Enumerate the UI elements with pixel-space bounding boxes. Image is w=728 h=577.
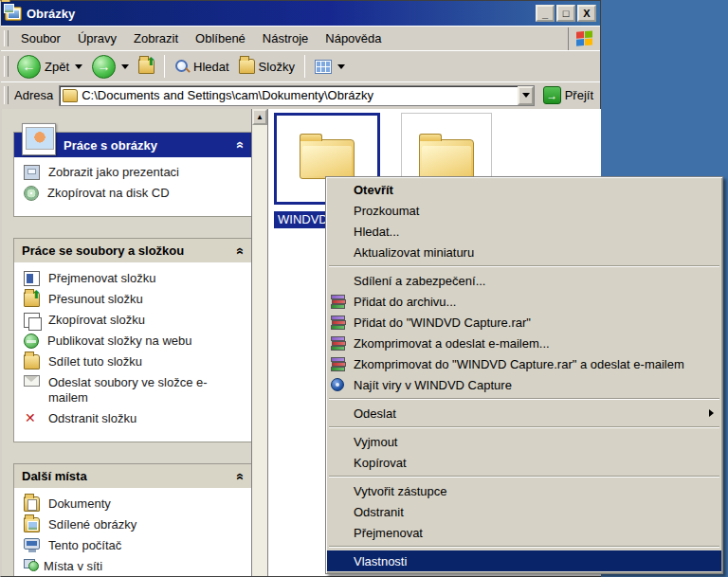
toolbar-separator <box>164 55 165 78</box>
addressbar-grip[interactable] <box>4 86 9 104</box>
views-dropdown-icon[interactable] <box>337 64 345 69</box>
winrar-icon <box>331 357 346 371</box>
task-copy-to-cd[interactable]: Zkopírovat na disk CD <box>24 186 246 201</box>
menubar-grip[interactable] <box>4 30 9 47</box>
slideshow-icon <box>24 165 40 180</box>
task-delete-folder[interactable]: Odstranit složku <box>24 411 246 426</box>
folders-label: Složky <box>259 60 295 74</box>
menu-item-open[interactable]: Otevřít <box>327 179 721 200</box>
menu-upravy[interactable]: Úpravy <box>69 28 125 48</box>
title-bar[interactable]: Obrázky _ □ X <box>1 1 600 26</box>
toolbar-separator <box>304 55 305 78</box>
folder-icon <box>419 139 474 179</box>
forward-arrow-icon: → <box>92 55 116 79</box>
panel-picture-tasks: Práce s obrázky « Zobrazit jako prezenta… <box>13 132 253 217</box>
share-folder-icon <box>24 354 40 370</box>
menu-item-scan-viruses[interactable]: Najít viry v WINDVD Capture <box>327 374 721 395</box>
menu-item-sharing-security[interactable]: Sdílení a zabezpečení... <box>327 270 721 291</box>
menu-bar: Soubor Úpravy Zobrazit Oblíbené Nástroje… <box>1 26 600 50</box>
panel-file-folder-tasks: Práce se soubory a složkou « Přejmenovat… <box>13 238 253 442</box>
place-shared-pictures[interactable]: Sdílené obrázky <box>24 517 246 532</box>
menu-item-delete[interactable]: Odstranit <box>327 501 721 522</box>
menu-item-add-to-archive[interactable]: Přidat do archivu... <box>327 291 721 312</box>
views-button[interactable] <box>310 58 350 76</box>
menu-item-send-to[interactable]: Odeslat <box>327 403 721 424</box>
menu-item-create-shortcut[interactable]: Vytvořit zástupce <box>327 480 721 501</box>
toolbar-grip[interactable] <box>4 56 9 77</box>
views-icon <box>315 60 332 74</box>
maximize-button[interactable]: □ <box>556 5 575 22</box>
antivirus-icon <box>331 378 344 391</box>
minimize-button[interactable]: _ <box>536 5 555 22</box>
place-documents[interactable]: Dokumenty <box>24 496 246 512</box>
panel-header-other-places[interactable]: Další místa « <box>14 464 252 489</box>
search-icon <box>174 59 190 74</box>
task-publish-web[interactable]: Publikovat složky na webu <box>24 334 246 349</box>
context-menu: Otevřít Prozkoumat Hledat... Aktualizova… <box>325 176 723 574</box>
place-my-computer[interactable]: Tento počítač <box>24 538 246 553</box>
menu-item-refresh-thumbnail[interactable]: Aktualizovat miniaturu <box>327 242 721 262</box>
delete-icon <box>24 411 40 426</box>
task-email-files[interactable]: Odeslat soubory ve složce e-mailem <box>24 375 246 406</box>
panel-other-places: Další místa « Dokumenty Sdílené obrázky … <box>13 463 253 576</box>
menu-separator <box>329 262 719 270</box>
menu-item-add-to-rar[interactable]: Přidat do "WINDVD Capture.rar" <box>327 312 721 333</box>
menu-nastroje[interactable]: Nástroje <box>254 28 317 48</box>
menu-item-rename[interactable]: Přejmenovat <box>327 522 721 543</box>
go-arrow-icon: → <box>543 86 561 104</box>
menu-item-compress-to-rar-email[interactable]: Zkomprimovat do "WINDVD Capture.rar" a o… <box>327 353 721 374</box>
menu-item-search[interactable]: Hledat... <box>327 221 721 242</box>
collapse-chevron-icon[interactable]: « <box>233 141 248 149</box>
close-button[interactable]: X <box>577 5 596 22</box>
search-button[interactable]: Hledat <box>170 57 234 76</box>
search-label: Hledat <box>193 60 229 74</box>
address-folder-icon <box>63 89 78 102</box>
panel-title: Práce s obrázky <box>64 138 157 153</box>
move-folder-icon <box>24 292 40 307</box>
task-move-folder[interactable]: Přesunout složku <box>24 292 246 307</box>
menu-item-copy[interactable]: Kopírovat <box>327 452 721 473</box>
place-network[interactable]: Místa v síti <box>24 559 246 574</box>
address-dropdown-button[interactable] <box>518 86 534 105</box>
address-label: Adresa <box>12 88 59 102</box>
back-button[interactable]: ← Zpět <box>12 53 87 81</box>
menu-napoveda[interactable]: Nápověda <box>317 28 390 48</box>
task-share-folder[interactable]: Sdílet tuto složku <box>24 354 246 370</box>
menu-soubor[interactable]: Soubor <box>12 28 69 48</box>
address-input[interactable]: C:\Documents and Settings\cam\Dokumenty\… <box>59 85 534 106</box>
back-arrow-icon: ← <box>17 55 41 79</box>
menu-item-properties[interactable]: Vlastnosti <box>327 550 721 571</box>
winrar-icon <box>331 295 346 309</box>
menu-item-compress-email[interactable]: Zkomprimovat a odeslat e-mailem... <box>327 333 721 353</box>
sidebar-scrollbar[interactable]: ▲ <box>251 109 267 576</box>
folders-button[interactable]: Složky <box>234 57 300 76</box>
picture-tasks-icon <box>22 123 56 155</box>
task-view-slideshow[interactable]: Zobrazit jako prezentaci <box>24 165 246 180</box>
collapse-chevron-icon[interactable]: « <box>233 247 248 255</box>
mail-icon <box>24 375 40 387</box>
winrar-icon <box>331 316 346 330</box>
back-label: Zpět <box>45 60 69 74</box>
task-copy-folder[interactable]: Zkopírovat složku <box>24 313 246 328</box>
cd-icon <box>24 186 39 201</box>
menu-separator <box>329 395 719 403</box>
scroll-up-icon[interactable]: ▲ <box>252 109 267 125</box>
documents-folder-icon <box>24 496 40 512</box>
collapse-chevron-icon[interactable]: « <box>233 473 248 480</box>
up-folder-icon <box>138 59 155 74</box>
menu-item-explore[interactable]: Prozkoumat <box>327 200 721 221</box>
back-dropdown-icon[interactable] <box>75 64 82 69</box>
menu-item-cut[interactable]: Vyjmout <box>327 431 721 452</box>
menu-separator <box>329 424 719 431</box>
menu-zobrazit[interactable]: Zobrazit <box>125 28 187 48</box>
panel-title: Další místa <box>22 469 87 483</box>
task-rename-folder[interactable]: Přejmenovat složku <box>24 271 246 286</box>
menu-oblibene[interactable]: Oblíbené <box>187 28 254 48</box>
address-path[interactable]: C:\Documents and Settings\cam\Dokumenty\… <box>82 88 517 102</box>
forward-dropdown-icon[interactable] <box>121 64 129 69</box>
go-button[interactable]: → Přejít <box>539 85 597 105</box>
window-title: Obrázky <box>27 7 536 21</box>
up-button[interactable] <box>134 57 159 76</box>
panel-header-file-folder-tasks[interactable]: Práce se soubory a složkou « <box>14 239 252 263</box>
forward-button[interactable]: → <box>87 53 134 81</box>
